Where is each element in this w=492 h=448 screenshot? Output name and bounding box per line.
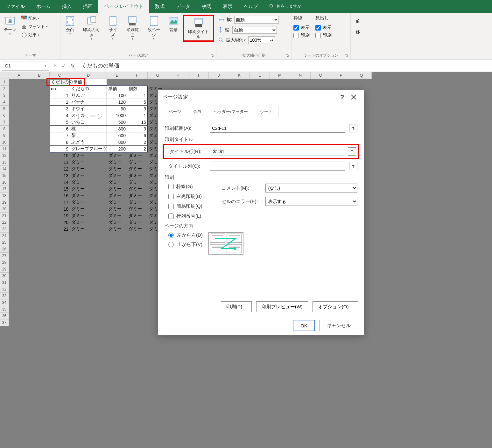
row-header-26[interactable]: 26 xyxy=(0,246,9,253)
row-header-32[interactable]: 32 xyxy=(0,286,9,293)
row-header-13[interactable]: 13 xyxy=(0,159,9,166)
cell-D12[interactable]: ダミー xyxy=(70,152,107,159)
row-header-20[interactable]: 20 xyxy=(0,206,9,213)
cell-D13[interactable]: ダミー xyxy=(70,159,107,166)
row-header-11[interactable]: 11 xyxy=(0,146,9,152)
title-row-collapse-button[interactable] xyxy=(348,147,356,156)
title-row-input[interactable] xyxy=(211,147,344,156)
cell-C17[interactable]: 15 xyxy=(50,186,70,192)
cell-C12[interactable]: 10 xyxy=(50,152,70,159)
name-box[interactable]: C1▾ xyxy=(2,61,49,71)
row-header-29[interactable]: 29 xyxy=(0,266,9,273)
cell-errors-select[interactable]: 表示する xyxy=(265,197,357,206)
effects-button[interactable]: 効果▾ xyxy=(20,31,49,39)
scale-zoom-row[interactable]: 拡大/縮小:100%▴▾ xyxy=(218,36,289,45)
dialog-launcher-icon[interactable] xyxy=(210,54,214,58)
scale-width-row[interactable]: 横:自動 xyxy=(218,15,289,24)
column-header-H[interactable]: H xyxy=(168,72,188,79)
cell-E21[interactable]: ダミー xyxy=(107,213,127,219)
enter-formula-icon[interactable]: ✓ xyxy=(61,62,66,69)
cell-F20[interactable]: ダミー xyxy=(127,206,148,213)
cell-F14[interactable]: ダミー xyxy=(127,166,148,172)
row-header-4[interactable]: 4 xyxy=(0,99,9,106)
column-header-Q[interactable]: Q xyxy=(351,72,372,79)
cell-F5[interactable]: 3 xyxy=(127,106,148,112)
cell-F17[interactable]: ダミー xyxy=(127,186,148,192)
row-header-23[interactable]: 23 xyxy=(0,226,9,233)
fonts-button[interactable]: 亜フォント▾ xyxy=(20,23,49,31)
rowcol-checkbox-row[interactable]: 行列番号(L) xyxy=(168,213,202,219)
cell-E7[interactable]: 500 xyxy=(107,119,127,126)
scale-width-select[interactable]: 自動 xyxy=(234,16,279,24)
row-header-16[interactable]: 16 xyxy=(0,179,9,186)
ribbon-tab-file[interactable]: ファイル xyxy=(0,0,31,13)
print-titles-button[interactable]: 印刷タイトル xyxy=(183,15,214,42)
cell-E14[interactable]: ダミー xyxy=(107,166,127,172)
cell-E13[interactable]: ダミー xyxy=(107,159,127,166)
cell-C21[interactable]: 19 xyxy=(50,213,70,219)
row-header-33[interactable]: 33 xyxy=(0,293,9,299)
cell-D21[interactable]: ダミー xyxy=(70,213,107,219)
row-header-14[interactable]: 14 xyxy=(0,166,9,172)
row-header-3[interactable]: 3 xyxy=(0,92,9,99)
column-header-A[interactable]: A xyxy=(9,72,29,79)
row-header-6[interactable]: 6 xyxy=(0,112,9,119)
headings-view-checkbox[interactable] xyxy=(315,25,321,31)
cell-D4[interactable]: バナナ xyxy=(70,99,107,106)
breaks-button[interactable]: 改ページ▾ xyxy=(144,15,164,42)
cell-C2[interactable]: no. xyxy=(50,86,70,92)
column-header-K[interactable]: K xyxy=(229,72,250,79)
top-bottom-radio[interactable] xyxy=(168,242,174,247)
cell-C13[interactable]: 11 xyxy=(50,159,70,166)
print-area-button[interactable]: 印刷範囲▾ xyxy=(123,15,142,42)
cell-E22[interactable]: ダミー xyxy=(107,219,127,226)
column-header-E[interactable]: E xyxy=(107,72,127,79)
cell-E12[interactable]: ダミー xyxy=(107,152,127,159)
themes-button[interactable]: 亜 テーマ ▾ xyxy=(2,15,18,39)
cell-D11[interactable]: グレープフルーツ xyxy=(70,146,107,152)
row-header-9[interactable]: 9 xyxy=(0,132,9,139)
title-col-collapse-button[interactable] xyxy=(349,162,357,170)
row-header-15[interactable]: 15 xyxy=(0,172,9,179)
cell-F10[interactable]: 2 xyxy=(127,139,148,146)
row-header-27[interactable]: 27 xyxy=(0,253,9,259)
dialog-preview-button[interactable]: 印刷プレビュー(W) xyxy=(256,301,308,312)
dialog-tab-margins[interactable]: 余白 xyxy=(187,105,207,118)
row-header-25[interactable]: 25 xyxy=(0,239,9,246)
size-button[interactable]: サイズ▾ xyxy=(105,15,121,42)
cell-E4[interactable]: 120 xyxy=(107,99,127,106)
blackwhite-checkbox[interactable] xyxy=(168,194,174,199)
dialog-tab-sheet[interactable]: シート xyxy=(254,106,278,118)
cell-F6[interactable]: 1 xyxy=(127,112,148,119)
column-header-J[interactable]: J xyxy=(209,72,229,79)
scale-percent-spin[interactable]: 100%▴▾ xyxy=(248,36,275,44)
cell-E19[interactable]: ダミー xyxy=(107,199,127,206)
comments-select[interactable]: (なし) xyxy=(265,184,357,192)
cell-F8[interactable]: 3 xyxy=(127,126,148,132)
cell-F3[interactable]: 1 xyxy=(127,92,148,99)
ribbon-tab-review[interactable]: 校閲 xyxy=(196,0,217,13)
headings-print-checkbox[interactable] xyxy=(315,33,321,38)
column-headers[interactable]: ABCDEFGHIJKLMNOPQ xyxy=(9,72,372,79)
cell-C8[interactable]: 6 xyxy=(50,126,70,132)
cell-C7[interactable]: 5 xyxy=(50,119,70,126)
cell-E16[interactable]: ダミー xyxy=(107,179,127,186)
top-bottom-radio-row[interactable]: 上から下(V) xyxy=(168,242,203,248)
row-headers[interactable]: 1234567891011121314151617181920212223242… xyxy=(0,79,9,326)
row-header-7[interactable]: 7 xyxy=(0,119,9,126)
draft-checkbox[interactable] xyxy=(168,204,174,209)
row-header-31[interactable]: 31 xyxy=(0,279,9,286)
column-header-B[interactable]: B xyxy=(29,72,50,79)
ribbon-tab-data[interactable]: データ xyxy=(170,0,196,13)
cell-F18[interactable]: ダミー xyxy=(127,192,148,199)
cell-F19[interactable]: ダミー xyxy=(127,199,148,206)
cell-E20[interactable]: ダミー xyxy=(107,206,127,213)
dialog-tab-header-footer[interactable]: ヘッダー/フッター xyxy=(207,105,254,118)
cell-E18[interactable]: ダミー xyxy=(107,192,127,199)
ribbon-tab-view[interactable]: 表示 xyxy=(217,0,238,13)
cell-D23[interactable]: ダミー xyxy=(70,226,107,233)
margins-button[interactable]: 余白▾ xyxy=(62,15,78,42)
dialog-launcher-icon[interactable] xyxy=(285,54,289,58)
dialog-cancel-button[interactable]: キャンセル xyxy=(320,320,358,331)
cell-D5[interactable]: キウイ xyxy=(70,106,107,112)
